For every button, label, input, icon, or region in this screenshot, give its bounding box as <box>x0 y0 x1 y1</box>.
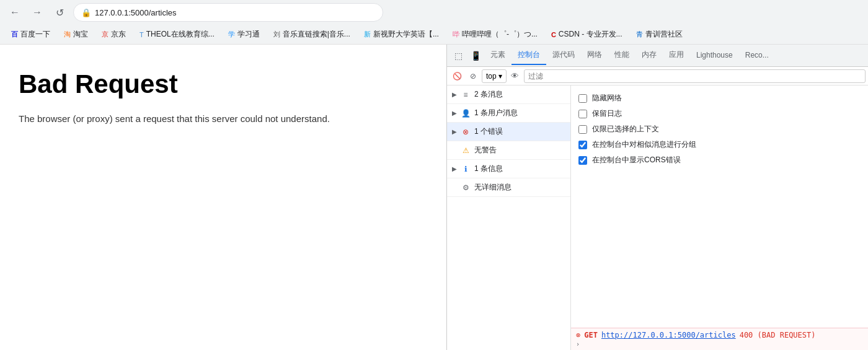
devtools-tabs: ⬚ 📱 元素 控制台 源代码 网络 性能 内存 应用 Lighthouse Re… <box>447 45 868 67</box>
warn-icon: ⚠ <box>461 146 471 155</box>
bookmark-jingdong[interactable]: 京 京东 <box>97 27 131 42</box>
info-icon: ℹ <box>461 164 471 174</box>
message-list: ▶ ≡ 2 条消息 ▶ 👤 1 条用户消息 ▶ ⊗ 1 个错误 ▶ ⚠ <box>447 85 571 350</box>
option-label: 仅限已选择的上下文 <box>592 124 659 134</box>
tab-application[interactable]: 应用 <box>663 46 690 65</box>
jingdong-icon: 京 <box>102 30 108 39</box>
qingxun-icon: 青 <box>636 30 643 39</box>
list-item[interactable]: ▶ ≡ 2 条消息 <box>447 85 570 104</box>
bookmark-label: 淘宝 <box>73 29 88 40</box>
bookmark-xuexi[interactable]: 学 学习通 <box>223 27 265 42</box>
bookmark-label: 哔哩哔哩（゜-゜）つ... <box>462 29 538 40</box>
list-item[interactable]: ▶ ⚙ 无详细消息 <box>447 178 570 197</box>
bookmark-label: 音乐直链搜索|音乐... <box>283 29 350 40</box>
bookmark-label: CSDN - 专业开发... <box>559 29 622 40</box>
bookmark-label: 新视野大学英语【... <box>373 29 439 40</box>
list-item[interactable]: ▶ ℹ 1 条信息 <box>447 160 570 178</box>
address-text: 127.0.0.1:5000/articles <box>95 8 375 17</box>
stop-button[interactable]: ⊘ <box>466 69 480 84</box>
tab-elements[interactable]: 元素 <box>484 46 512 65</box>
preserve-log-checkbox[interactable] <box>578 110 587 118</box>
tab-lighthouse[interactable]: Lighthouse <box>690 47 739 64</box>
context-selector[interactable]: top ▾ <box>482 69 507 83</box>
address-bar[interactable]: 🔒 127.0.0.1:5000/articles <box>73 3 383 22</box>
message-text: 2 条消息 <box>474 89 565 100</box>
devtools-panel: ⬚ 📱 元素 控制台 源代码 网络 性能 内存 应用 Lighthouse Re… <box>446 45 868 350</box>
option-label: 保留日志 <box>592 108 622 119</box>
bookmark-taobao[interactable]: 淘 淘宝 <box>59 27 93 42</box>
bookmark-xinshiye[interactable]: 新 新视野大学英语【... <box>359 27 444 42</box>
error-url[interactable]: http://127.0.0.1:5000/articles <box>601 331 736 339</box>
bookmark-qingxun[interactable]: 青 青训营社区 <box>631 27 688 42</box>
filter-input[interactable] <box>524 69 866 83</box>
bookmark-bilibili[interactable]: 哔 哔哩哔哩（゜-゜）つ... <box>448 27 542 42</box>
log-icon: ≡ <box>461 90 471 100</box>
error-circle-icon: ⊗ <box>576 331 580 339</box>
page-content: Bad Request The browser (or proxy) sent … <box>0 45 446 350</box>
baidu-icon: 百 <box>11 30 18 39</box>
inspect-icon[interactable]: ⬚ <box>450 47 467 64</box>
error-expand-icon[interactable]: › <box>576 341 863 348</box>
option-label: 隐藏网络 <box>592 93 622 103</box>
bookmark-label: 百度一下 <box>20 29 50 40</box>
liu-icon: 刘 <box>273 30 280 39</box>
console-toolbar: 🚫 ⊘ top ▾ 👁 <box>447 67 868 85</box>
expand-arrow: ▶ <box>452 165 457 172</box>
nav-bar: ← → ↺ 🔒 127.0.0.1:5000/articles <box>0 0 868 25</box>
error-method: GET <box>584 331 598 339</box>
tab-console[interactable]: 控制台 <box>512 46 546 65</box>
option-show-cors: 在控制台中显示CORS错误 <box>578 152 861 168</box>
back-button[interactable]: ← <box>6 4 24 21</box>
xuexi-icon: 学 <box>228 30 235 39</box>
main-area: Bad Request The browser (or proxy) sent … <box>0 45 868 350</box>
list-item[interactable]: ▶ ⊗ 1 个错误 <box>447 123 570 141</box>
message-text: 1 条信息 <box>474 164 565 174</box>
options-panel: 隐藏网络 保留日志 仅限已选择的上下文 在控制台中对相似消息进行分组 <box>571 85 868 328</box>
eye-button[interactable]: 👁 <box>508 69 523 84</box>
clear-console-button[interactable]: 🚫 <box>450 69 464 84</box>
tab-network[interactable]: 网络 <box>581 46 608 65</box>
tab-performance[interactable]: 性能 <box>608 46 636 65</box>
option-label: 在控制台中显示CORS错误 <box>592 155 681 165</box>
list-item[interactable]: ▶ 👤 1 条用户消息 <box>447 104 570 123</box>
tab-memory[interactable]: 内存 <box>636 46 663 65</box>
expand-arrow: ▶ <box>452 91 457 98</box>
message-text: 无详细消息 <box>474 182 565 193</box>
option-selected-context: 仅限已选择的上下文 <box>578 121 861 137</box>
group-similar-checkbox[interactable] <box>578 141 587 149</box>
message-text: 无警告 <box>474 145 565 155</box>
bookmark-label: 京东 <box>111 29 126 40</box>
tab-source[interactable]: 源代码 <box>546 46 581 65</box>
option-group-similar: 在控制台中对相似消息进行分组 <box>578 137 861 152</box>
lock-icon: 🔒 <box>81 8 91 17</box>
bookmark-label: 青训营社区 <box>645 29 683 40</box>
option-label: 在控制台中对相似消息进行分组 <box>592 139 696 150</box>
device-icon[interactable]: 📱 <box>467 47 484 64</box>
expand-arrow: ▶ <box>452 128 457 135</box>
xinshiye-icon: 新 <box>364 30 371 39</box>
tab-recorder[interactable]: Reco... <box>739 47 775 64</box>
message-text: 1 条用户消息 <box>474 108 565 118</box>
option-preserve-log: 保留日志 <box>578 106 861 121</box>
bilibili-icon: 哔 <box>453 30 459 39</box>
expand-arrow: ▶ <box>452 110 457 116</box>
bookmark-theol[interactable]: T THEOL在线教育综... <box>135 27 219 42</box>
show-cors-checkbox[interactable] <box>578 156 587 165</box>
error-log: ⊗ GET http://127.0.0.1:5000/articles 400… <box>571 328 868 350</box>
selected-context-checkbox[interactable] <box>578 125 587 134</box>
bookmark-label: THEOL在线教育综... <box>146 29 215 40</box>
bookmarks-bar: 百 百度一下 淘 淘宝 京 京东 T THEOL在线教育综... 学 学习通 刘… <box>0 25 868 45</box>
bookmark-baidu[interactable]: 百 百度一下 <box>6 27 55 42</box>
reload-button[interactable]: ↺ <box>51 4 68 21</box>
message-text: 1 个错误 <box>474 126 565 137</box>
error-status: 400 (BAD REQUEST) <box>740 331 816 339</box>
page-description: The browser (or proxy) sent a request th… <box>19 112 428 126</box>
forward-button[interactable]: → <box>29 4 46 21</box>
list-item[interactable]: ▶ ⚠ 无警告 <box>447 141 570 160</box>
taobao-icon: 淘 <box>64 30 71 39</box>
gear-icon: ⚙ <box>461 183 471 193</box>
bookmark-liu[interactable]: 刘 音乐直链搜索|音乐... <box>268 27 355 42</box>
hide-network-checkbox[interactable] <box>578 94 587 103</box>
chevron-down-icon: ▾ <box>498 72 502 81</box>
bookmark-csdn[interactable]: C CSDN - 专业开发... <box>546 27 627 42</box>
